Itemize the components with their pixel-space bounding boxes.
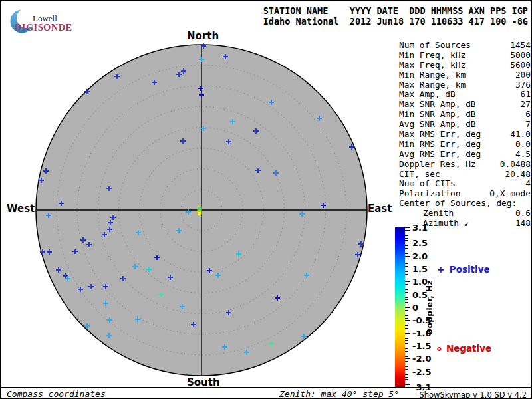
stat-value: 4.5 bbox=[515, 150, 531, 160]
stat-row: Avg RMS Err, deg4.5 bbox=[394, 150, 531, 160]
colorbar-major-tick bbox=[405, 358, 410, 359]
colorbar-minor-tick bbox=[405, 318, 408, 319]
colorbar-major-tick bbox=[405, 269, 410, 269]
stat-row: Max SNR Amp, dB27 bbox=[394, 100, 531, 110]
colorbar-major-tick bbox=[405, 256, 410, 257]
colorbar-minor-tick bbox=[405, 305, 408, 305]
stat-value: O,X-mode bbox=[489, 189, 531, 199]
stat-value: 200 bbox=[515, 70, 531, 80]
stat-value: 376 bbox=[515, 80, 531, 90]
colorbar-minor-tick bbox=[405, 328, 408, 329]
colorbar-major-tick bbox=[405, 307, 410, 308]
footer-zenith-scale-note: Zenith: max 40° step 5° bbox=[279, 389, 399, 399]
stat-label: Min Freq, kHz bbox=[399, 51, 466, 61]
colorbar-minor-tick bbox=[405, 323, 408, 323]
colorbar-minor-tick bbox=[405, 240, 408, 241]
colorbar-major-tick bbox=[405, 346, 410, 346]
plus-marker-icon: + bbox=[437, 264, 445, 275]
stat-row: Max RMS Err, deg41.0 bbox=[394, 130, 531, 140]
colorbar-minor-tick bbox=[405, 233, 408, 233]
center-source-square bbox=[198, 212, 201, 215]
center-source-square bbox=[198, 207, 201, 211]
stat-value: 61 bbox=[521, 90, 531, 100]
colorbar-tick-label: 0 bbox=[412, 303, 418, 313]
colorbar-minor-tick bbox=[405, 382, 408, 382]
stat-label: Doppler Res, Hz bbox=[399, 160, 476, 170]
colorbar-minor-tick bbox=[405, 369, 408, 370]
stat-label: Max Range, km bbox=[399, 80, 466, 90]
colorbar-tick-label: -2.0 bbox=[412, 354, 431, 364]
stat-label: Max Amp, dB bbox=[399, 90, 456, 100]
colorbar-minor-tick bbox=[405, 356, 408, 357]
stat-value: 41.0 bbox=[510, 130, 531, 140]
stat-label: Min SNR Amp, dB bbox=[399, 110, 476, 120]
stats-panel: Num of Sources1454Min Freq, kHz5000Max F… bbox=[394, 41, 531, 229]
colorbar-minor-tick bbox=[405, 313, 408, 313]
colorbar-minor-tick bbox=[405, 277, 408, 277]
colorbar-minor-tick bbox=[405, 238, 408, 239]
colorbar-minor-tick bbox=[405, 279, 408, 279]
colorbar-minor-tick bbox=[405, 325, 408, 326]
colorbar-major-tick bbox=[405, 227, 410, 228]
legend-negative: o Negative bbox=[437, 343, 491, 354]
compass-label-north: North bbox=[187, 30, 219, 42]
stat-label: Num of CITs bbox=[399, 179, 456, 189]
stat-row: Num of Sources1454 bbox=[394, 41, 531, 51]
colorbar-axis-title: Doppler, Hz bbox=[425, 272, 436, 342]
stat-value: 0.0 bbox=[515, 140, 531, 150]
colorbar-minor-tick bbox=[405, 377, 408, 378]
colorbar-minor-tick bbox=[405, 271, 408, 272]
colorbar-minor-tick bbox=[405, 289, 408, 290]
stat-value: 5600 bbox=[510, 61, 531, 70]
colorbar-minor-tick bbox=[405, 310, 408, 311]
footer-divider bbox=[1, 387, 531, 388]
stat-label: Max RMS Err, deg bbox=[399, 130, 481, 140]
colorbar-major-tick bbox=[405, 333, 410, 334]
colorbar-major-tick bbox=[405, 372, 410, 372]
colorbar-minor-tick bbox=[405, 343, 408, 344]
colorbar-minor-tick bbox=[405, 331, 408, 331]
stat-row: Center of Sources, deg: bbox=[394, 199, 531, 209]
colorbar-minor-tick bbox=[405, 251, 408, 251]
colorbar-minor-tick bbox=[405, 266, 408, 267]
stat-row: Max Freq, kHz5600 bbox=[394, 61, 531, 70]
colorbar-major-tick bbox=[405, 295, 410, 295]
colorbar-major-tick bbox=[405, 230, 410, 231]
colorbar-minor-tick bbox=[405, 299, 408, 300]
footer-coordinates-note: Compass coordinates bbox=[7, 389, 106, 399]
stat-row: Min Freq, kHz5000 bbox=[394, 51, 531, 61]
colorbar-major-tick bbox=[405, 243, 410, 243]
stat-value: 1454 bbox=[510, 41, 531, 51]
colorbar-minor-tick bbox=[405, 263, 408, 264]
stat-row: PolarizationO,X-mode bbox=[394, 189, 531, 199]
stat-row: Max Range, km376 bbox=[394, 80, 531, 90]
center-of-sources-marker bbox=[198, 207, 201, 215]
stat-label: Min RMS Err, deg bbox=[399, 140, 481, 150]
stat-value: 6 bbox=[525, 110, 531, 120]
colorbar-minor-tick bbox=[405, 374, 408, 375]
colorbar-minor-tick bbox=[405, 253, 408, 254]
stat-value: 0.6 bbox=[515, 209, 531, 219]
colorbar-minor-tick bbox=[405, 338, 408, 339]
stat-row: Num of CITs4 bbox=[394, 179, 531, 189]
colorbar-minor-tick bbox=[405, 274, 408, 275]
colorbar-minor-tick bbox=[405, 315, 408, 316]
stat-label: Avg RMS Err, deg bbox=[399, 150, 481, 160]
colorbar-minor-tick bbox=[405, 235, 408, 236]
stat-label: Avg SNR Amp, dB bbox=[399, 120, 476, 130]
colorbar-major-tick bbox=[405, 281, 410, 282]
colorbar-minor-tick bbox=[405, 379, 408, 380]
colorbar-minor-tick bbox=[405, 287, 408, 287]
colorbar-tick-label: 3.1 bbox=[412, 223, 428, 233]
circle-marker-icon: o bbox=[437, 345, 442, 352]
stat-label: CIT, sec bbox=[399, 170, 440, 180]
legend-positive-label: Positive bbox=[450, 264, 490, 275]
stat-value: 148 bbox=[515, 219, 531, 229]
stat-label: Num of Sources bbox=[399, 41, 471, 51]
stat-row: Min Range, km200 bbox=[394, 70, 531, 80]
stat-row: Max Amp, dB61 bbox=[394, 90, 531, 100]
stat-label: Center of Sources, deg: bbox=[399, 199, 517, 209]
stat-value: 5000 bbox=[510, 51, 531, 61]
colorbar-minor-tick bbox=[405, 366, 408, 367]
stat-label: Zenith bbox=[423, 209, 454, 219]
